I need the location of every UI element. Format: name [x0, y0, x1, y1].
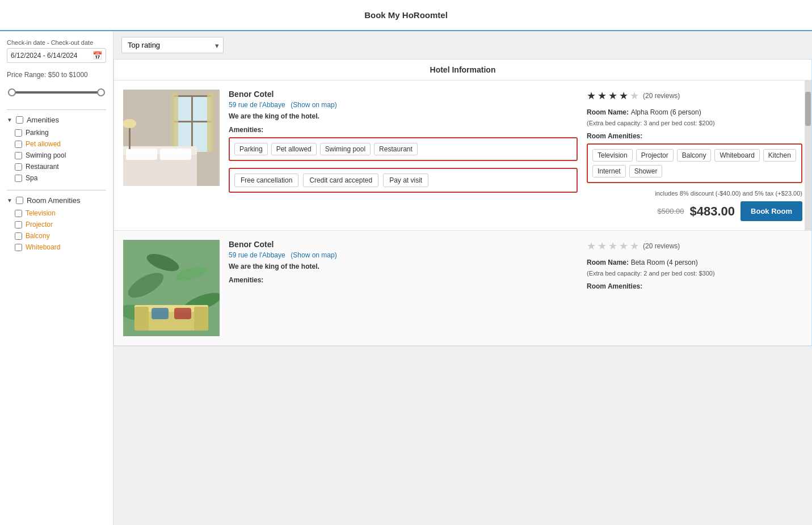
room-extra-2: (Extra bed capacity: 2 and per bed cost:…: [587, 270, 802, 277]
star2-3: ★: [608, 240, 617, 252]
slider-thumb-right[interactable]: [97, 88, 105, 96]
room-amenities-group-header[interactable]: ▼ Room Amenities: [7, 196, 106, 205]
price-slider[interactable]: [7, 83, 106, 101]
amenities-box-1: Parking Pet allowed Swiming pool Restaur…: [229, 137, 578, 161]
sort-select[interactable]: Top rating Price: Low to High Price: Hig…: [121, 37, 224, 53]
date-label: Check-in date - Check-out date: [7, 39, 106, 46]
svg-rect-6: [207, 92, 214, 152]
room-name-val-2: Beta Room (4 person): [631, 259, 698, 266]
stars-row-1: ★ ★ ★ ★ ★ (20 reviews): [587, 90, 802, 102]
room-amenities-group-checkbox[interactable]: [16, 197, 23, 204]
svg-rect-21: [134, 307, 149, 331]
hotel-photo-1: [123, 90, 220, 186]
filter-pet-allowed[interactable]: Pet allowed: [7, 140, 106, 148]
pet-allowed-checkbox[interactable]: [15, 141, 22, 148]
scroll-thumb[interactable]: [805, 92, 811, 126]
restaurant-label: Restaurant: [26, 163, 59, 171]
main-content: Top rating Price: Low to High Price: Hig…: [113, 31, 812, 525]
room-amenities-group-label: Room Amenities: [27, 196, 81, 205]
payment-free-cancellation: Free cancellation: [234, 173, 298, 187]
star-1: ★: [587, 90, 596, 102]
hotel-info-title: Hotel Information: [114, 60, 811, 81]
payment-pay-at-visit: Pay at visit: [383, 173, 428, 187]
book-button-1[interactable]: Book Room: [741, 201, 802, 221]
filter-swiming-pool[interactable]: Swiming pool: [7, 151, 106, 159]
filter-balcony[interactable]: Balcony: [7, 232, 106, 240]
projector-checkbox[interactable]: [15, 221, 22, 228]
hotel-info-section: Hotel Information: [113, 59, 812, 346]
hotel-image-2: [123, 240, 220, 336]
amenity-parking: Parking: [234, 143, 268, 155]
room-amenities-filter: ▼ Room Amenities Television Projector Ba…: [7, 196, 106, 251]
spa-checkbox[interactable]: [15, 175, 22, 182]
room-amenity-television: Television: [592, 149, 633, 162]
reviews-count-1: (20 reviews): [643, 92, 680, 100]
price-note-1: includes 8% discount (-$40.00) and 5% ta…: [587, 190, 802, 197]
room-name-val-1: Alpha Room (6 person): [631, 108, 701, 116]
price-section-1: $500.00 $483.00 Book Room: [587, 201, 802, 221]
scrollbar[interactable]: [805, 81, 811, 230]
amenity-pet-allowed: Pet allowed: [271, 143, 317, 155]
hotel-photo-2: [123, 240, 220, 336]
whiteboard-label: Whiteboard: [26, 243, 60, 251]
filter-whiteboard[interactable]: Whiteboard: [7, 243, 106, 251]
hotel-address-1: 59 rue de l'Abbaye (Show on map): [229, 100, 578, 109]
show-on-map-2[interactable]: (Show on map): [291, 251, 336, 259]
calendar-icon[interactable]: 📅: [92, 51, 102, 60]
sidebar: Check-in date - Check-out date 6/12/2024…: [0, 31, 113, 525]
amenities-label-1: Amenities:: [229, 126, 578, 134]
parking-checkbox[interactable]: [15, 129, 22, 137]
price-final-1: $483.00: [690, 204, 735, 219]
star2-2: ★: [598, 240, 607, 252]
room-amenity-whiteboard: Whiteboard: [714, 149, 759, 162]
hotel-address-link-2[interactable]: 59 rue de l'Abbaye: [229, 251, 285, 259]
room-amenity-projector: Projector: [636, 149, 674, 162]
amenities-group-checkbox[interactable]: [16, 116, 23, 124]
room-amenities-label-1: Room Amenities:: [587, 132, 802, 140]
room-name-label-1: Room Name:: [587, 108, 629, 116]
date-input-wrapper[interactable]: 6/12/2024 - 6/14/2024 📅: [7, 48, 106, 63]
hotel-address-link-1[interactable]: 59 rue de l'Abbaye: [229, 101, 285, 109]
filter-spa[interactable]: Spa: [7, 174, 106, 182]
amenities-group-header[interactable]: ▼ Amenities: [7, 116, 106, 124]
stars-row-2: ★ ★ ★ ★ ★ (20 reviews): [587, 240, 802, 252]
hotel-card-2: Benor Cotel 59 rue de l'Abbaye (Show on …: [114, 231, 811, 346]
sort-select-wrapper[interactable]: Top rating Price: Low to High Price: Hig…: [121, 37, 224, 53]
svg-rect-10: [160, 149, 191, 160]
filter-television[interactable]: Television: [7, 209, 106, 217]
chevron-icon-2: ▼: [7, 197, 12, 204]
filter-parking[interactable]: Parking: [7, 129, 106, 137]
hotel-right-2: ★ ★ ★ ★ ★ (20 reviews) Room Name: Beta R…: [587, 240, 802, 336]
filter-restaurant[interactable]: Restaurant: [7, 163, 106, 171]
balcony-label: Balcony: [26, 232, 50, 240]
star2-4: ★: [619, 240, 628, 252]
price-section: Price Range: $50 to $1000: [7, 71, 106, 101]
hotel-card-1: Benor Cotel 59 rue de l'Abbaye (Show on …: [114, 81, 811, 231]
room-amenity-shower: Shower: [629, 165, 663, 177]
date-section: Check-in date - Check-out date 6/12/2024…: [7, 39, 106, 63]
hotel-middle-2: Benor Cotel 59 rue de l'Abbaye (Show on …: [229, 240, 587, 336]
room-amenity-balcony: Balcony: [677, 149, 712, 162]
hotel-middle-1: Benor Cotel 59 rue de l'Abbaye (Show on …: [229, 90, 587, 221]
show-on-map-1[interactable]: (Show on map): [291, 101, 336, 109]
chevron-icon: ▼: [7, 117, 12, 123]
svg-rect-3: [191, 95, 193, 152]
swiming-pool-label: Swiming pool: [26, 151, 66, 159]
whiteboard-checkbox[interactable]: [15, 244, 22, 251]
amenity-restaurant: Restaurant: [374, 143, 418, 155]
hotel-right-1: ★ ★ ★ ★ ★ (20 reviews) Room Name: Alpha …: [587, 90, 802, 221]
price-label: Price Range: $50 to $1000: [7, 71, 106, 79]
filter-projector[interactable]: Projector: [7, 221, 106, 228]
room-amenity-kitchen: Kitchen: [763, 149, 796, 162]
restaurant-checkbox[interactable]: [15, 163, 22, 171]
svg-point-12: [123, 119, 136, 128]
slider-thumb-left[interactable]: [8, 88, 16, 96]
star-4: ★: [619, 90, 628, 102]
reviews-count-2: (20 reviews): [643, 242, 680, 250]
swiming-pool-checkbox[interactable]: [15, 152, 22, 159]
star-5: ★: [630, 90, 639, 102]
television-checkbox[interactable]: [15, 210, 22, 217]
balcony-checkbox[interactable]: [15, 232, 22, 240]
amenities-label-2: Amenities:: [229, 276, 578, 284]
page-title: Book My HoRoomtel: [0, 0, 812, 31]
